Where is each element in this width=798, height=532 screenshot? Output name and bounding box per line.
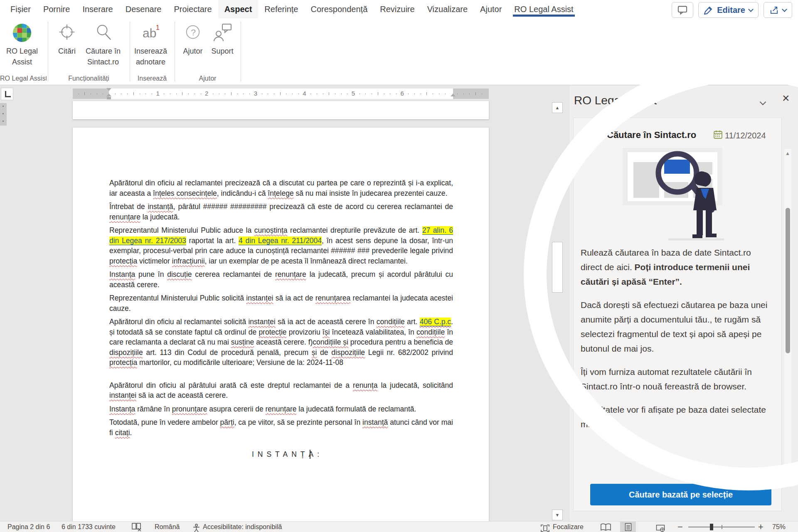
collapse-ribbon-icon[interactable] [783,77,790,84]
text-run: provizoriu [287,328,323,336]
selected-date[interactable]: 11/12/2024 [725,131,766,140]
citari-button[interactable]: Citări [53,20,81,57]
ruler-tick [182,92,182,95]
editing-mode-button[interactable]: Editare [698,2,759,18]
document-text[interactable]: Apărătorul din oficiu al reclamantei pre… [109,178,453,463]
pane-paragraph: Dacă dorești să efectuezi căutarea pe ba… [581,298,773,356]
text-run: condițiile [416,328,445,336]
accessibility-status[interactable]: Accesibilitate: indisponibilă [203,522,282,532]
legal-reference-link[interactable]: 406 C.p.c [420,318,451,326]
ruler-number: 5 [350,90,357,97]
ribbon-tab-ajutor[interactable]: Ajutor [474,0,508,18]
ruler-tick [360,94,360,94]
search-by-selection-button[interactable]: Căutare bazată pe selecție [590,484,771,505]
comments-button[interactable] [672,2,693,18]
ruler-tick [164,94,164,94]
status-bar: Pagina 2 din 6 6 din 1733 cuvinte Română… [0,521,798,532]
text-run: la judecată formulată de reclamantă. [296,405,416,413]
group-divider [48,22,48,81]
ribbon-tab-desenare[interactable]: Desenare [119,0,168,18]
cautare-sintact-button[interactable]: Căutare înSintact.ro [81,20,125,67]
pane-scroll-up-icon[interactable]: ▲ [785,150,790,156]
ajutor-button[interactable]: ? Ajutor [179,20,207,57]
ribbon-tab-pornire[interactable]: Pornire [37,0,76,18]
share-button[interactable] [764,2,792,18]
text-run: Dacă dorești să efectuezi căutarea pe ba… [581,300,767,353]
text-run: Îți vom furniza automat rezultatele căut… [581,367,752,391]
calendar-icon[interactable] [713,130,723,139]
ribbon-tab-inserare[interactable]: Inserare [76,0,119,18]
tab-stop-selector[interactable] [1,88,13,100]
insereaza-adnotare-button[interactable]: ab1 Insereazăadnotare [131,20,170,67]
language-indicator[interactable]: Română [155,522,180,532]
pane-close-button[interactable]: × [780,91,792,105]
ruler-number: 4 [301,90,308,97]
ro-legal-assist-button[interactable]: RO LegalAssist [6,20,38,67]
group-divider [175,22,175,81]
first-line-indent-marker[interactable] [106,88,111,91]
pane-options-chevron-icon[interactable] [760,99,766,106]
ruler-tick [396,94,397,94]
text-run: instanței [109,391,136,399]
text-run: să ia act de această cerere. [136,391,228,399]
button-label: Insereazăadnotare [134,46,167,67]
text-run: renunțare [109,213,140,221]
hanging-indent-marker[interactable] [106,94,111,96]
legal-reference-link[interactable]: 4 din Legea nr. 211/2004 [239,236,322,245]
scroll-down-button[interactable]: ▼ [552,510,563,520]
ruler-tick [170,94,170,94]
ribbon-tabs: FișierPornireInserareDesenareProiectareA… [4,0,580,18]
ro-legal-assist-logo [12,20,32,46]
web-layout-icon[interactable] [656,523,665,532]
ruler-tick [445,94,446,94]
text-run: de [317,348,331,357]
proofing-errors-icon[interactable] [131,522,142,532]
zoom-slider-thumb[interactable] [710,524,713,530]
focus-mode-button[interactable]: Focalizare [553,522,584,532]
ruler-tick [225,94,225,94]
button-label: Căutare înSintact.ro [86,46,121,67]
suport-button[interactable]: Suport [208,20,237,57]
text-run: rămâne în [135,405,172,413]
pane-scrollbar-thumb[interactable] [786,208,790,353]
scroll-up-button[interactable]: ▲ [552,102,563,113]
document-page[interactable]: Apărătorul din oficiu al reclamantei pre… [73,128,489,532]
editing-mode-label: Editare [717,5,745,15]
ribbon-tab-referințe[interactable]: Referințe [258,0,304,18]
horizontal-ruler[interactable]: 123456 [73,89,489,99]
ribbon-tab-fișier[interactable]: Fișier [4,0,37,18]
pane-paragraph: Rulează căutarea în baza de date Sintact… [581,245,773,289]
print-layout-button[interactable] [620,522,636,532]
document-scrollbar-thumb[interactable] [552,242,563,293]
ribbon-tab-corespondență[interactable]: Corespondență [304,0,374,18]
zoom-out-button[interactable]: − [677,522,683,532]
ruler-tick [195,94,195,94]
ruler-tick [84,92,85,95]
text-run: protecția [109,257,137,265]
ruler-tick [469,94,470,94]
ribbon-tab-proiectare[interactable]: Proiectare [167,0,218,18]
ribbon-tab-revizuire[interactable]: Revizuire [374,0,421,18]
text-run: instanței [248,318,275,326]
document-paragraph: Întrebat de instanță, pârâtul ###### ###… [109,202,453,222]
ruler-tick [262,94,262,94]
ruler-tick [457,94,458,94]
right-indent-marker[interactable] [451,94,456,96]
page-indicator[interactable]: Pagina 2 din 6 [7,522,50,532]
zoom-level[interactable]: 75% [772,522,786,532]
ruler-number: 1 [155,90,161,97]
left-indent-marker[interactable] [107,97,111,99]
text-run: Rezultatele vor fi afișate pe baza datei… [581,405,766,429]
document-paragraph: Apărătorul din oficiu al pârâtului arată… [109,380,453,401]
word-count[interactable]: 6 din 1733 cuvinte [62,522,116,532]
ruler-tick [249,94,250,94]
zoom-in-button[interactable]: + [758,522,764,532]
text-run: înțelege [268,189,293,197]
ribbon-tab-ro-legal-assist[interactable]: RO Legal Assist [508,0,579,18]
ribbon-tab-vizualizare[interactable]: Vizualizare [421,0,474,18]
previous-page-bottom [73,101,489,119]
ribbon-tab-aspect[interactable]: Aspect [218,0,259,18]
ruler-tick [91,94,91,94]
read-mode-icon[interactable] [600,522,611,532]
text-run: raportat la art. [186,236,239,245]
